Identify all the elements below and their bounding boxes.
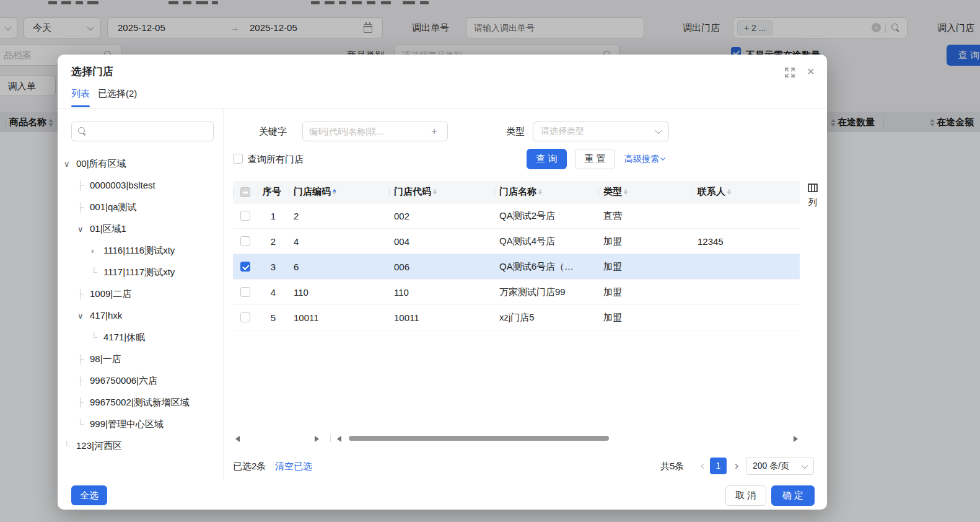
tree-toggle-icon[interactable]: └ xyxy=(64,435,76,457)
advanced-search-link[interactable]: 高级搜索 xyxy=(624,154,665,165)
prev-page-icon[interactable]: ‹ xyxy=(701,458,704,474)
tree-node[interactable]: └1117|1117测试xty xyxy=(64,261,222,283)
tree-node-label: 417|hxk xyxy=(90,310,122,321)
column-header[interactable]: 序号 xyxy=(258,181,289,203)
scroll-left-icon[interactable] xyxy=(235,436,240,442)
row-checkbox[interactable] xyxy=(240,312,250,322)
cell-store-name: QA测试6号店（… xyxy=(494,261,598,273)
tree-toggle-icon[interactable]: ∨ xyxy=(77,305,90,327)
cell-type: 加盟 xyxy=(598,286,693,298)
tree-toggle-icon[interactable]: ∨ xyxy=(64,153,76,175)
cancel-button[interactable]: 取 消 xyxy=(725,485,766,506)
cell-store-name: xzj门店5 xyxy=(494,312,598,324)
tree-toggle-icon[interactable]: ├ xyxy=(77,197,90,218)
column-header[interactable]: 联系人 xyxy=(693,181,800,203)
column-header[interactable]: 门店名称 xyxy=(494,181,598,203)
total-count: 共5条 xyxy=(660,458,684,475)
sort-icon[interactable] xyxy=(538,189,542,195)
tree-node[interactable]: └123|河西区 xyxy=(64,435,222,456)
cell-store-code: 2 xyxy=(289,211,389,221)
chevron-down-icon xyxy=(660,155,665,160)
close-icon[interactable]: × xyxy=(807,65,815,77)
search-button[interactable]: 查 询 xyxy=(527,149,567,169)
tree-node-label: 001|qa测试 xyxy=(90,201,137,212)
sort-icon[interactable] xyxy=(333,189,336,195)
sort-icon[interactable] xyxy=(433,189,437,195)
row-checkbox[interactable] xyxy=(240,262,250,272)
tree-toggle-icon[interactable]: ├ xyxy=(77,392,90,414)
tab-selected[interactable]: 已选择(2) xyxy=(98,88,137,100)
cell-store-alias: 006 xyxy=(389,262,494,272)
table-row[interactable]: 1 2 002 QA测试2号店 直营 xyxy=(233,203,800,229)
region-tree: ∨00|所有区域 ├0000003|bsltest ├001|qa测试 ∨01|… xyxy=(64,153,222,456)
scrollbar-thumb[interactable] xyxy=(349,436,609,441)
tree-toggle-icon[interactable]: └ xyxy=(91,262,103,283)
tree-node[interactable]: ›1116|1116测试xty xyxy=(64,239,222,261)
tree-toggle-icon[interactable]: ├ xyxy=(77,370,90,392)
plus-icon[interactable]: + xyxy=(431,122,437,141)
tree-toggle-icon[interactable]: └ xyxy=(77,414,90,435)
select-all-button[interactable]: 全选 xyxy=(71,485,107,505)
reset-button[interactable]: 重 置 xyxy=(575,149,615,169)
cell-store-alias: 110 xyxy=(389,287,494,298)
scroll-left-icon[interactable] xyxy=(337,436,341,442)
selected-count: 已选2条 xyxy=(233,458,266,475)
next-page-icon[interactable]: › xyxy=(735,458,738,474)
tree-search-input[interactable] xyxy=(71,122,214,141)
row-checkbox[interactable] xyxy=(240,287,250,297)
cell-store-alias: 002 xyxy=(389,211,494,221)
tree-toggle-icon[interactable]: › xyxy=(91,240,103,262)
type-label: 类型 xyxy=(506,122,525,141)
table-row[interactable]: 2 4 004 QA测试4号店 加盟 12345 xyxy=(233,229,800,254)
tree-node-label: 999|管理中心区域 xyxy=(90,418,164,429)
tree-node[interactable]: ∨417|hxk xyxy=(64,304,222,326)
tree-toggle-icon[interactable]: ├ xyxy=(77,175,90,197)
tree-node[interactable]: ├0000003|bsltest xyxy=(64,174,222,196)
all-stores-checkbox[interactable] xyxy=(233,154,243,164)
tree-node[interactable]: ├001|qa测试 xyxy=(64,196,222,218)
cell-seq: 1 xyxy=(258,211,289,221)
tree-node[interactable]: ├99675002|测试新增区域 xyxy=(64,391,222,413)
cell-store-code: 110 xyxy=(289,287,389,298)
scroll-right-icon[interactable] xyxy=(794,436,798,442)
column-settings-tool[interactable]: 列 xyxy=(805,184,821,208)
divider xyxy=(58,108,827,109)
tree-node[interactable]: └4171|休眠 xyxy=(64,326,222,348)
tree-toggle-icon[interactable]: ├ xyxy=(77,348,90,370)
page-number[interactable]: 1 xyxy=(710,458,727,474)
sort-icon[interactable] xyxy=(624,189,628,195)
table-row[interactable]: 3 6 006 QA测试6号店（… 加盟 xyxy=(233,254,800,280)
row-checkbox[interactable] xyxy=(240,211,250,221)
clear-selection-link[interactable]: 清空已选 xyxy=(275,458,312,475)
select-all-checkbox[interactable] xyxy=(240,187,250,197)
tree-node[interactable]: ∨00|所有区域 xyxy=(64,153,222,174)
type-select[interactable]: 请选择类型 xyxy=(533,122,669,141)
column-header[interactable]: 类型 xyxy=(598,181,693,203)
tree-toggle-icon[interactable]: └ xyxy=(91,327,103,348)
modal-title: 选择门店 xyxy=(71,64,113,79)
sort-icon[interactable] xyxy=(727,189,731,195)
tree-node[interactable]: ├1009|二店 xyxy=(64,283,222,304)
tree-node[interactable]: ∨01|区域1 xyxy=(64,218,222,239)
tree-toggle-icon[interactable]: ∨ xyxy=(77,218,90,240)
fullscreen-icon[interactable] xyxy=(785,68,795,80)
scroll-right-icon[interactable] xyxy=(315,436,319,442)
select-all-cell[interactable] xyxy=(233,181,258,203)
keyword-input[interactable] xyxy=(302,122,448,141)
column-header[interactable]: 门店编码 xyxy=(289,181,389,203)
table-row[interactable]: 5 10011 10011 xzj门店5 加盟 xyxy=(233,305,800,330)
table-row[interactable]: 4 110 110 万家测试门店99 加盟 xyxy=(233,280,800,305)
tree-node[interactable]: ├996750006|六店 xyxy=(64,369,222,391)
cell-seq: 4 xyxy=(258,287,289,298)
column-header[interactable]: 门店代码 xyxy=(389,181,494,203)
tree-toggle-icon[interactable]: ├ xyxy=(77,283,90,305)
tree-node[interactable]: └999|管理中心区域 xyxy=(64,413,222,435)
tree-node[interactable]: ├98|一店 xyxy=(64,348,222,369)
tree-node-label: 1117|1117测试xty xyxy=(103,267,175,277)
page-size-select[interactable]: 200 条/页 xyxy=(746,458,814,475)
tab-list[interactable]: 列表 xyxy=(71,88,90,100)
all-stores-label: 查询所有门店 xyxy=(248,149,304,169)
keyword-label: 关键字 xyxy=(259,122,287,141)
row-checkbox[interactable] xyxy=(240,236,250,246)
confirm-button[interactable]: 确 定 xyxy=(771,485,815,506)
